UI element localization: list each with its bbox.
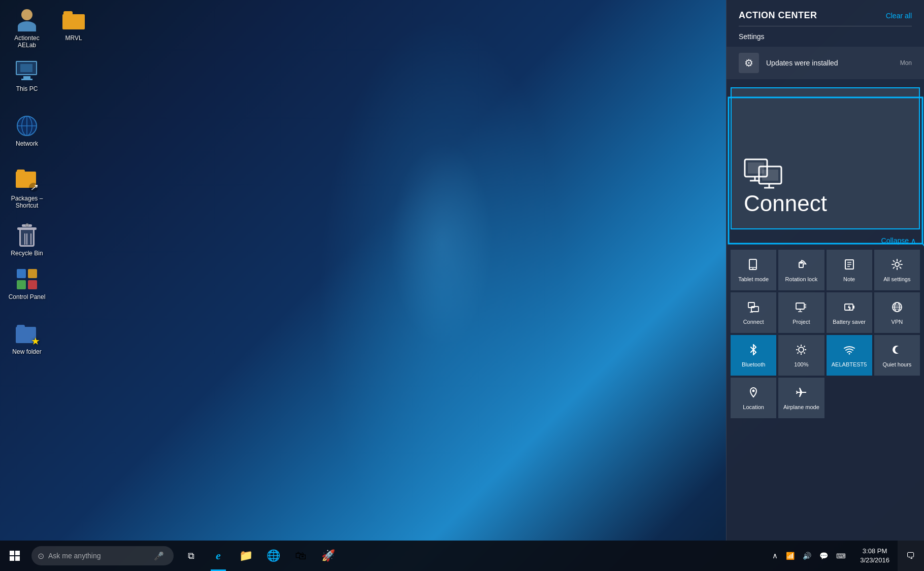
quick-tile-label: Rotation lock (785, 276, 818, 283)
quick-tile-bluetooth[interactable]: Bluetooth (731, 335, 776, 376)
desktop-icon-label: Network (16, 140, 38, 147)
quick-tile-airplane[interactable]: Airplane mode (778, 378, 824, 418)
desktop-icon-label: Recycle Bin (11, 250, 43, 257)
quick-tile-label: 100% (794, 361, 808, 368)
microphone-icon[interactable]: 🎤 (154, 551, 164, 561)
keyboard-icon[interactable]: ⌨ (834, 550, 848, 562)
desktop-icon-control-panel[interactable]: Control Panel (4, 264, 50, 304)
quick-tile-label: Note (843, 276, 855, 283)
clear-all-button[interactable]: Clear all (886, 12, 912, 20)
rocketdock-icon: 🚀 (321, 549, 335, 562)
svg-point-27 (895, 262, 899, 266)
quick-tile-brightness[interactable]: 100% (778, 335, 824, 376)
quick-tile-battery-saver[interactable]: Battery saver (827, 292, 872, 333)
desktop-icon-packages[interactable]: ↗ Packages – Shortcut (4, 165, 50, 213)
quick-tile-quiet-hours[interactable]: Quiet hours (874, 335, 920, 376)
taskbar-right: ∧ 📶 🔊 💬 ⌨ 3:08 PM 3/23/2016 🗨 (766, 541, 924, 571)
vpn-icon (892, 301, 903, 316)
quick-tile-project[interactable]: Project (778, 292, 824, 333)
store-button[interactable]: 🛍 (287, 541, 314, 571)
svg-marker-20 (804, 262, 807, 264)
search-input[interactable] (48, 552, 150, 560)
start-button[interactable] (0, 541, 29, 571)
desktop-icon-this-pc[interactable]: This PC (4, 56, 50, 95)
airplane-icon (796, 387, 807, 401)
search-icon: ⊙ (38, 551, 44, 561)
settings-button[interactable]: 🌐 (260, 541, 286, 571)
svg-rect-7 (17, 280, 26, 289)
desktop-icon-actiontec[interactable]: Actiontec AELab (4, 5, 50, 52)
settings-notification-icon: ⚙ (739, 53, 759, 73)
quiet-hours-icon (892, 344, 903, 358)
battery-saver-icon (844, 301, 855, 316)
clock[interactable]: 3:08 PM 3/23/2016 (852, 541, 898, 571)
message-icon[interactable]: 💬 (817, 550, 830, 562)
svg-rect-39 (853, 306, 854, 309)
edge-button[interactable]: e (205, 541, 232, 571)
quick-tile-label: Project (793, 319, 810, 325)
rotation-lock-icon (796, 259, 807, 273)
svg-rect-5 (17, 269, 26, 278)
quick-tile-vpn[interactable]: VPN (874, 292, 920, 333)
quick-tile-tablet-mode[interactable]: Tablet mode (731, 250, 776, 290)
quick-tile-label: Connect (743, 319, 764, 325)
quick-tile-connect[interactable]: Connect (731, 292, 776, 333)
quick-tile-location[interactable]: Location (731, 378, 776, 418)
desktop-icon-recycle-bin[interactable]: ♻ Recycle Bin (4, 220, 50, 260)
quick-tile-all-settings[interactable]: All settings (874, 250, 920, 290)
folder-icon: 📁 (239, 549, 253, 562)
ac-notification-updates[interactable]: ⚙ Updates were installed Mon (727, 47, 924, 79)
connect-monitor-icon (744, 158, 907, 191)
desktop-icon-label: This PC (16, 85, 38, 92)
desktop-icon-label: Packages – Shortcut (7, 195, 47, 210)
ac-collapse-row: Collapse ∧ (727, 233, 924, 248)
task-view-button[interactable]: ⧉ (178, 541, 204, 571)
quick-tile-rotation-lock[interactable]: Rotation lock (778, 250, 824, 290)
file-explorer-button[interactable]: 📁 (233, 541, 259, 571)
ac-settings-label: Settings (727, 26, 924, 45)
date-display: 3/23/2016 (860, 556, 889, 565)
quick-tile-label: Battery saver (833, 319, 866, 325)
connect-tile[interactable]: Connect (731, 87, 920, 229)
volume-icon[interactable]: 🔊 (801, 550, 813, 562)
svg-point-4 (17, 116, 37, 136)
collapse-button[interactable]: Collapse ∧ (881, 237, 916, 245)
svg-line-54 (804, 353, 805, 354)
action-center-title: ACTION CENTER (739, 10, 817, 21)
edge-icon: e (216, 549, 221, 562)
taskbar-apps: ⧉ e 📁 🌐 🛍 🚀 (178, 541, 341, 571)
windows-logo-icon (10, 551, 20, 561)
brightness-icon (796, 344, 807, 358)
svg-rect-32 (796, 303, 804, 309)
desktop-icon-label: MRVL (65, 35, 82, 42)
ac-notif-text: Updates were installed (766, 59, 893, 67)
quick-tile-label: Quiet hours (882, 361, 911, 368)
svg-rect-8 (28, 280, 37, 289)
wifi-icon (844, 344, 855, 358)
desktop-icon-network[interactable]: Network (4, 111, 50, 150)
location-icon (748, 387, 759, 401)
rocketdock-button[interactable]: 🚀 (315, 541, 341, 571)
search-bar[interactable]: ⊙ 🎤 (31, 546, 174, 565)
svg-point-48 (799, 347, 804, 352)
action-center-icon: 🗨 (906, 551, 915, 561)
chevron-up-icon: ∧ (911, 237, 916, 245)
desktop-icon-label: Actiontec AELab (7, 35, 47, 49)
desktop-icon-label: New folder (12, 348, 41, 355)
chevron-up-tray-icon[interactable]: ∧ (770, 549, 780, 562)
desktop-icon-new-folder[interactable]: ★ New folder (4, 319, 50, 358)
connect-label: Connect (744, 191, 907, 216)
svg-point-19 (752, 268, 753, 269)
desktop: Actiontec AELab MRVL This PC (0, 0, 924, 571)
ac-notif-time: Mon (900, 59, 912, 66)
wifi-tray-icon[interactable]: 📶 (784, 550, 797, 562)
quick-tile-wifi[interactable]: AELABTEST5 (827, 335, 872, 376)
svg-point-57 (848, 353, 850, 355)
globe-taskbar-icon: 🌐 (267, 549, 280, 562)
svg-point-58 (752, 390, 755, 392)
quick-tile-note[interactable]: Note (827, 250, 872, 290)
svg-rect-10 (748, 162, 764, 174)
desktop-icon-mrvl[interactable]: MRVL (51, 5, 96, 45)
action-center-button[interactable]: 🗨 (898, 541, 924, 571)
collapse-label: Collapse (881, 237, 909, 245)
